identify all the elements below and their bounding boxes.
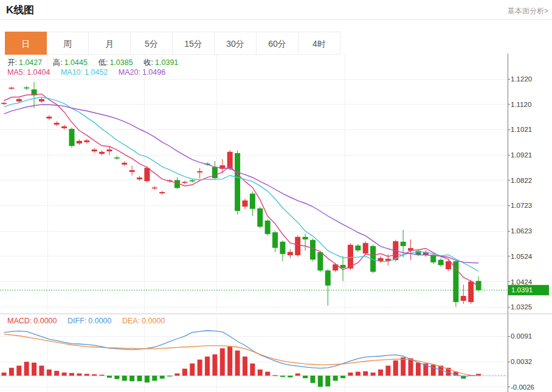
diff-label: DIFF: bbox=[67, 317, 86, 325]
svg-text:1.0723: 1.0723 bbox=[511, 202, 532, 209]
macd-legend: MACD:0.0000 DIFF:0.0000 DEA:0.0000 bbox=[7, 317, 167, 325]
svg-text:-0.0026: -0.0026 bbox=[511, 383, 534, 391]
svg-text:1.0424: 1.0424 bbox=[511, 278, 533, 286]
svg-text:1.0524: 1.0524 bbox=[511, 253, 533, 260]
high-label: 高: bbox=[53, 58, 63, 67]
svg-text:1.0391: 1.0391 bbox=[511, 286, 533, 294]
svg-text:0.0091: 0.0091 bbox=[511, 332, 532, 340]
svg-text:1.0325: 1.0325 bbox=[511, 303, 532, 311]
svg-text:1.1120: 1.1120 bbox=[511, 101, 531, 108]
svg-text:1.1220: 1.1220 bbox=[511, 75, 532, 83]
diff-value: 0.0000 bbox=[88, 317, 111, 325]
ma20-value: 1.0496 bbox=[142, 68, 165, 77]
svg-text:1.0822: 1.0822 bbox=[511, 177, 532, 184]
main-gridlines bbox=[0, 53, 508, 392]
macd-label: MACD: bbox=[7, 317, 32, 325]
ma10-line bbox=[4, 97, 479, 271]
ma-lines bbox=[4, 94, 479, 286]
current-price-badge: 1.0391 bbox=[508, 285, 549, 295]
candles-layer[interactable] bbox=[1, 82, 481, 307]
ohlc-legend: 开:1.0427 高:1.0445 低:1.0385 收:1.0391 bbox=[7, 58, 180, 68]
ma5-line bbox=[4, 94, 479, 286]
dea-line bbox=[4, 334, 479, 376]
low-value: 1.0385 bbox=[109, 58, 133, 67]
low-label: 低: bbox=[98, 58, 108, 67]
macd-value: 0.0000 bbox=[33, 317, 57, 325]
ma10-value: 1.0452 bbox=[85, 68, 108, 77]
diff-line bbox=[4, 331, 479, 376]
dea-value: 0.0000 bbox=[142, 317, 165, 325]
open-value: 1.0427 bbox=[19, 58, 42, 67]
ma10-label: MA10: bbox=[61, 68, 83, 77]
ma-legend: MA5:1.0404 MA10:1.0452 MA20:1.0496 bbox=[7, 68, 167, 77]
svg-text:0.0032: 0.0032 bbox=[511, 358, 532, 365]
svg-text:1.1021: 1.1021 bbox=[511, 126, 532, 133]
open-label: 开: bbox=[7, 58, 17, 67]
high-value: 1.0445 bbox=[64, 58, 88, 67]
dea-label: DEA: bbox=[122, 317, 140, 325]
kline-panel: K线图 基本面分析> 日周月5分15分30分60分4时 1.12201.1120… bbox=[0, 0, 552, 392]
ma5-value: 1.0404 bbox=[27, 68, 50, 77]
ma20-label: MA20: bbox=[119, 68, 140, 77]
close-label: 收: bbox=[143, 58, 153, 67]
ma5-label: MA5: bbox=[7, 68, 25, 77]
ma20-line bbox=[4, 105, 479, 263]
svg-text:1.0921: 1.0921 bbox=[511, 151, 532, 159]
svg-text:1.0623: 1.0623 bbox=[511, 227, 532, 235]
macd-chart[interactable] bbox=[0, 331, 508, 387]
close-value: 1.0391 bbox=[155, 58, 178, 67]
